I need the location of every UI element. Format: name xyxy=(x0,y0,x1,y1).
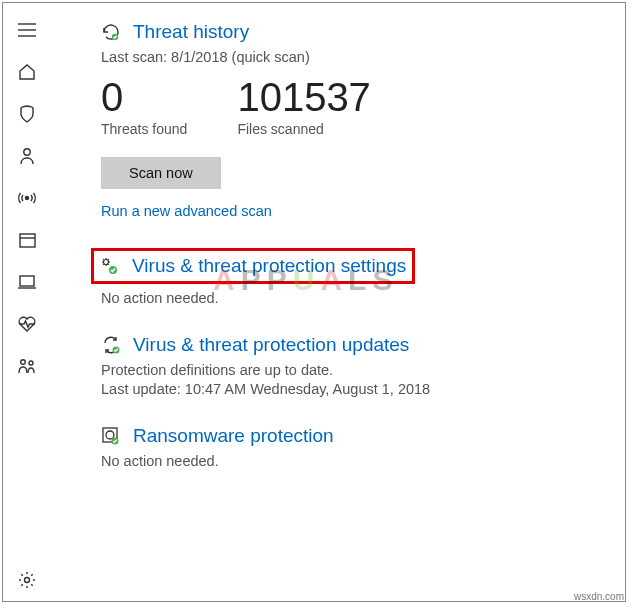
threats-found-value: 0 xyxy=(101,77,187,117)
ransomware-header[interactable]: Ransomware protection xyxy=(101,425,605,447)
vtp-settings-status: No action needed. xyxy=(101,290,605,306)
svg-point-11 xyxy=(25,578,30,583)
vtp-settings-title: Virus & threat protection settings xyxy=(132,255,406,277)
threats-found-stat: 0 Threats found xyxy=(101,77,187,137)
ransomware-status: No action needed. xyxy=(101,453,605,469)
attribution: wsxdn.com xyxy=(574,591,624,602)
vtp-settings-header[interactable]: Virus & threat protection settings xyxy=(91,248,415,284)
shield-icon[interactable] xyxy=(3,93,51,135)
ransomware-icon xyxy=(101,426,121,446)
svg-point-10 xyxy=(29,361,33,365)
vtp-updates-last: Last update: 10:47 AM Wednesday, August … xyxy=(101,381,605,397)
svg-point-3 xyxy=(24,149,30,155)
ransomware-title: Ransomware protection xyxy=(133,425,334,447)
svg-rect-7 xyxy=(20,276,34,286)
threats-found-label: Threats found xyxy=(101,121,187,137)
svg-rect-5 xyxy=(20,234,35,247)
vtp-settings-section: Virus & threat protection settings No ac… xyxy=(101,248,605,306)
window: Threat history Last scan: 8/1/2018 (quic… xyxy=(2,2,626,602)
files-scanned-stat: 101537 Files scanned xyxy=(237,77,370,137)
health-icon[interactable] xyxy=(3,303,51,345)
svg-point-17 xyxy=(106,431,114,439)
sidebar-spacer xyxy=(3,387,51,559)
family-icon[interactable] xyxy=(3,345,51,387)
vtp-updates-title: Virus & threat protection updates xyxy=(133,334,409,356)
settings-badge-icon xyxy=(100,256,120,276)
main-content: Threat history Last scan: 8/1/2018 (quic… xyxy=(51,3,625,601)
menu-icon[interactable] xyxy=(3,9,51,51)
ransomware-section: Ransomware protection No action needed. xyxy=(101,425,605,469)
device-icon[interactable] xyxy=(3,261,51,303)
advanced-scan-link[interactable]: Run a new advanced scan xyxy=(101,203,272,219)
svg-point-13 xyxy=(104,260,109,265)
history-icon xyxy=(101,22,121,42)
account-icon[interactable] xyxy=(3,135,51,177)
vtp-updates-section: Virus & threat protection updates Protec… xyxy=(101,334,605,397)
firewall-icon[interactable] xyxy=(3,177,51,219)
files-scanned-value: 101537 xyxy=(237,77,370,117)
svg-point-4 xyxy=(26,197,29,200)
threat-history-title: Threat history xyxy=(133,21,249,43)
sidebar xyxy=(3,3,51,601)
svg-point-9 xyxy=(21,360,26,365)
files-scanned-label: Files scanned xyxy=(237,121,370,137)
home-icon[interactable] xyxy=(3,51,51,93)
threat-history-section: Threat history Last scan: 8/1/2018 (quic… xyxy=(101,21,605,220)
vtp-updates-header[interactable]: Virus & threat protection updates xyxy=(101,334,605,356)
vtp-updates-status: Protection definitions are up to date. xyxy=(101,362,605,378)
app-browser-icon[interactable] xyxy=(3,219,51,261)
settings-icon[interactable] xyxy=(3,559,51,601)
scan-now-button[interactable]: Scan now xyxy=(101,157,221,189)
scan-stats: 0 Threats found 101537 Files scanned xyxy=(101,77,605,137)
threat-history-header[interactable]: Threat history xyxy=(101,21,605,43)
last-scan-text: Last scan: 8/1/2018 (quick scan) xyxy=(101,49,605,65)
updates-icon xyxy=(101,335,121,355)
